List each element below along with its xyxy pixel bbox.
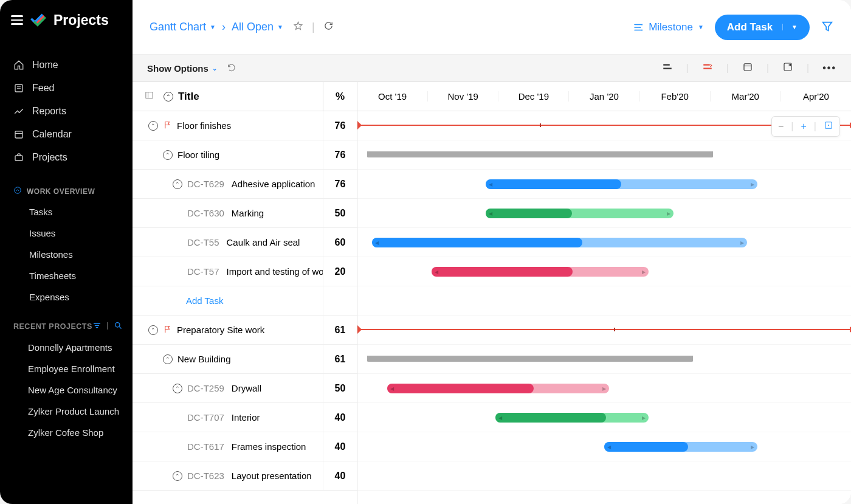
task-title[interactable]: ⌃DC-T623Layout presentation <box>133 471 323 481</box>
columns-icon[interactable] <box>145 91 154 103</box>
task-bar[interactable]: ◀▶ <box>372 238 747 247</box>
undo-icon[interactable] <box>227 63 236 74</box>
collapse-icon[interactable]: ⌃ <box>148 121 158 131</box>
add-task-button[interactable]: Add Task ▼ <box>715 15 810 40</box>
collapse-icon[interactable]: ⌃ <box>173 384 182 393</box>
nav-projects[interactable]: Projects <box>0 146 133 169</box>
task-bar[interactable]: ◀▶ <box>604 442 757 452</box>
recent-project-item[interactable]: Zylker Product Launch <box>0 401 133 422</box>
task-title[interactable]: Add Task <box>133 295 323 306</box>
task-percent <box>323 286 357 315</box>
nav-feed[interactable]: Feed <box>0 77 133 100</box>
task-title[interactable]: DC-T55Caulk and Air seal <box>133 237 323 247</box>
task-percent: 61 <box>323 316 357 344</box>
task-percent: 50 <box>323 199 357 227</box>
recent-project-item[interactable]: Donnelly Apartments <box>0 337 133 358</box>
task-title[interactable]: ⌃New Building <box>133 354 323 364</box>
options-bar: Show Options⌄ | | | | ••• <box>133 55 851 82</box>
filter-settings-icon[interactable] <box>92 321 102 332</box>
task-title[interactable]: ⌃DC-T629Adhesive application <box>133 179 323 189</box>
task-percent: 76 <box>323 170 357 198</box>
hamburger-icon[interactable] <box>11 15 23 25</box>
task-title[interactable]: ⌃Floor tiling <box>133 150 323 160</box>
task-percent: 61 <box>323 345 357 373</box>
milestone-dropdown[interactable]: Milestone ▼ <box>633 21 704 33</box>
work-overview-item[interactable]: Expenses <box>0 286 133 308</box>
toolbar-view2-icon[interactable] <box>702 61 713 75</box>
work-overview-item[interactable]: Issues <box>0 223 133 244</box>
svg-point-22 <box>828 125 829 126</box>
show-options-toggle[interactable]: Show Options⌄ <box>147 63 217 74</box>
collapse-icon[interactable]: ⌃ <box>163 354 173 364</box>
task-bar[interactable]: ◀▶ <box>486 209 674 218</box>
task-bar[interactable]: ◀▶ <box>432 267 649 277</box>
task-bar[interactable]: ◀▶ <box>387 384 609 393</box>
crumb-filter[interactable]: All Open▼ <box>232 21 283 33</box>
task-bar[interactable]: ◀▶ <box>495 413 649 423</box>
toolbar-fullscreen-icon[interactable] <box>782 61 793 75</box>
zoom-controls: − | + | <box>771 116 840 137</box>
svg-rect-5 <box>15 156 22 161</box>
milestone-bar[interactable] <box>357 329 851 330</box>
chevron-down-icon: ▼ <box>698 24 704 30</box>
crumb-gantt[interactable]: Gantt Chart▼ <box>150 21 216 33</box>
recent-project-item[interactable]: Zylker Cofee Shop <box>0 422 133 443</box>
work-overview-item[interactable]: Timesheets <box>0 265 133 286</box>
task-title[interactable]: DC-T707Interior <box>133 412 323 423</box>
timeline-month: Feb'20 <box>639 91 710 102</box>
more-icon[interactable]: ••• <box>822 63 836 74</box>
task-title[interactable]: DC-T630Marking <box>133 208 323 218</box>
svg-rect-12 <box>663 64 670 66</box>
task-percent: 40 <box>323 403 357 432</box>
gantt-timeline[interactable]: Oct '19Nov '19Dec '19Jan '20Feb'20Mar'20… <box>357 82 851 504</box>
task-title[interactable]: DC-T57Import and testing of woo.. <box>133 266 323 277</box>
svg-line-8 <box>119 326 121 328</box>
filter-icon[interactable] <box>821 19 834 35</box>
svg-rect-19 <box>146 92 153 98</box>
task-title[interactable]: ⌃Floor finishes <box>133 120 323 131</box>
task-title[interactable]: ⌃DC-T259Drywall <box>133 383 323 393</box>
svg-rect-15 <box>703 68 712 69</box>
task-percent: 60 <box>323 228 357 257</box>
group-bar[interactable] <box>367 356 693 362</box>
work-overview-item[interactable]: Milestones <box>0 244 133 265</box>
task-bar[interactable]: ◀▶ <box>486 179 757 189</box>
nav-calendar[interactable]: Calendar <box>0 123 133 146</box>
task-title[interactable]: ⌃Preparatory Site work <box>133 325 323 336</box>
svg-rect-0 <box>15 85 22 92</box>
collapse-icon[interactable]: ⌃ <box>163 150 173 160</box>
feed-icon <box>13 83 24 94</box>
task-title[interactable]: DC-T617Frames inspection <box>133 441 323 452</box>
collapse-icon[interactable]: ⌃ <box>148 325 158 335</box>
zoom-out-button[interactable]: − <box>778 121 784 132</box>
brand-logo <box>29 11 47 29</box>
nav-home[interactable]: Home <box>0 54 133 77</box>
gantt-left-pane: ⌃ Title % ⌃Floor finishes76⌃Floor tiling… <box>133 82 357 504</box>
chevron-down-icon: ▼ <box>782 24 798 30</box>
search-icon[interactable] <box>114 321 123 332</box>
collapse-icon[interactable]: ⌃ <box>173 179 182 189</box>
chevron-down-icon: ▼ <box>210 24 216 30</box>
collapse-all-icon[interactable]: ⌃ <box>164 92 173 102</box>
chevron-down-icon: ▼ <box>277 24 283 30</box>
nav-reports[interactable]: Reports <box>0 100 133 123</box>
topbar: Gantt Chart▼ › All Open▼ | Milestone <box>133 0 851 55</box>
recent-project-item[interactable]: Employee Enrollment <box>0 358 133 379</box>
add-task-link[interactable]: Add Task <box>145 295 223 306</box>
zoom-fit-button[interactable] <box>824 120 833 133</box>
timeline-month: Jan '20 <box>568 91 639 102</box>
toolbar-view1-icon[interactable] <box>662 61 673 75</box>
home-icon <box>13 60 24 71</box>
recent-project-item[interactable]: New Age Consultancy <box>0 379 133 401</box>
task-percent: 76 <box>323 111 357 140</box>
zoom-in-button[interactable]: + <box>801 121 807 132</box>
work-overview-header: WORK OVERVIEW <box>0 169 133 201</box>
work-overview-item[interactable]: Tasks <box>0 201 133 223</box>
primary-nav: Home Feed Reports Calendar Projects <box>0 41 133 169</box>
star-icon[interactable] <box>293 21 303 34</box>
svg-rect-13 <box>663 68 672 69</box>
refresh-icon[interactable] <box>323 21 334 34</box>
toolbar-calendar-icon[interactable] <box>742 61 753 75</box>
group-bar[interactable] <box>367 151 712 157</box>
collapse-icon[interactable]: ⌃ <box>173 471 182 481</box>
